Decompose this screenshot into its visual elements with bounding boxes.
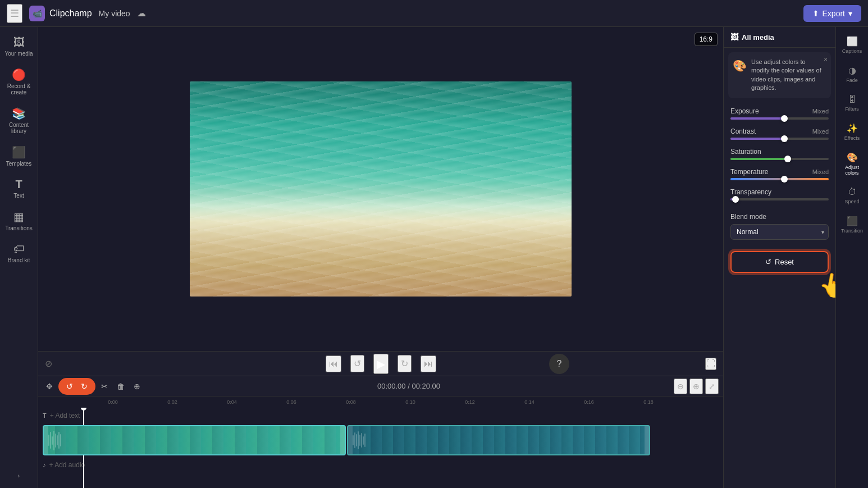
right-panel-title: All media — [742, 33, 774, 42]
export-label: Export — [823, 9, 845, 18]
timeline-toolbar: ✥ ↺ ↻ ✂ 🗑 ⊕ 00:00.00 / 00:20.00 ⊖ ⊕ ⤢ — [38, 376, 723, 396]
marker-1: 0:02 — [143, 399, 202, 405]
video-clip-1[interactable] — [43, 425, 346, 455]
center-area: 16:9 ⊘ ⏮ ↺ ▶ ↻ ⏭ ? ⛶ ✥ ↺ ↻ — [38, 27, 723, 488]
far-right-speed[interactable]: ⏱ Speed — [838, 183, 867, 209]
filters-label: Filters — [845, 106, 859, 112]
marker-7: 0:14 — [500, 399, 559, 405]
help-button[interactable]: ? — [549, 354, 569, 374]
skip-start-button[interactable]: ⏮ — [326, 355, 341, 372]
contrast-slider[interactable] — [730, 138, 829, 140]
redo-button[interactable]: ↻ — [77, 380, 91, 393]
undo-button[interactable]: ↺ — [63, 380, 76, 393]
far-right-transition[interactable]: ⬛ Transition — [838, 211, 867, 238]
rewind-button[interactable]: ↺ — [350, 355, 364, 372]
marker-9: 0:18 — [619, 399, 678, 405]
saturation-label: Saturation — [730, 148, 761, 156]
delete-button[interactable]: 🗑 — [113, 380, 128, 393]
export-button[interactable]: ⬆ Export ▾ — [803, 5, 861, 22]
aspect-ratio-button[interactable]: 16:9 — [695, 33, 718, 46]
far-right-filters[interactable]: 🎛 Filters — [838, 90, 867, 116]
audio-track[interactable]: ♪ + Add audio — [38, 457, 723, 473]
sidebar-item-label-your-media: Your media — [4, 51, 33, 57]
blend-mode-wrapper: Normal Multiply Screen Overlay Darken Li… — [730, 224, 829, 240]
tooltip-close-button[interactable]: × — [824, 56, 828, 63]
saturation-slider[interactable] — [730, 158, 829, 160]
reset-button[interactable]: ↺ Reset — [730, 251, 829, 273]
temperature-thumb[interactable] — [781, 176, 788, 183]
tooltip-emoji: 🎨 — [733, 58, 747, 74]
sidebar-expand-button[interactable]: › — [2, 468, 36, 484]
cut-button[interactable]: ✂ — [98, 380, 111, 393]
transition-label: Transition — [841, 228, 863, 234]
far-right-adjust-colors[interactable]: 🎨 Adjust colors — [838, 148, 867, 180]
cloud-sync-icon[interactable]: ☁ — [137, 8, 146, 19]
sidebar-item-record[interactable]: 🔴 Record & create — [2, 63, 36, 100]
exposure-slider[interactable] — [730, 117, 829, 120]
transparency-row: Transparency — [730, 188, 829, 200]
exposure-row: Exposure Mixed — [730, 107, 829, 120]
blend-mode-select[interactable]: Normal Multiply Screen Overlay Darken Li… — [730, 224, 829, 240]
far-right-effects[interactable]: ✨ Effects — [838, 118, 867, 145]
playback-controls: ⊘ ⏮ ↺ ▶ ↻ ⏭ ? ⛶ — [38, 351, 723, 376]
export-icon: ⬆ — [812, 9, 819, 18]
video-title[interactable]: My video — [99, 9, 130, 18]
transparency-thumb[interactable] — [732, 196, 739, 203]
tooltip-banner: 🎨 Use adjust colors to modify the color … — [728, 52, 831, 98]
sidebar-item-transitions[interactable]: ▦ Transitions — [2, 206, 36, 236]
fade-label: Fade — [846, 77, 858, 83]
zoom-fit-button[interactable]: ⤢ — [705, 378, 719, 394]
skip-end-button[interactable]: ⏭ — [421, 355, 436, 372]
cursor-hand-icon: 👆 — [816, 270, 835, 301]
app-name: Clipchamp — [49, 8, 92, 19]
beach-waves-overlay — [190, 81, 572, 297]
timeline-ruler: 0:00 0:02 0:04 0:06 0:08 0:10 0:12 0:14 … — [38, 396, 723, 408]
speed-icon: ⏱ — [848, 187, 857, 197]
marker-4: 0:08 — [321, 399, 381, 405]
contrast-label: Contrast — [730, 127, 756, 135]
hamburger-button[interactable]: ☰ — [7, 4, 22, 23]
add-text-label[interactable]: + Add text — [50, 412, 80, 419]
saturation-thumb[interactable] — [784, 156, 791, 162]
contrast-value: Mixed — [812, 128, 829, 135]
marker-3: 0:06 — [262, 399, 321, 405]
exposure-thumb[interactable] — [781, 115, 788, 122]
duplicate-button[interactable]: ⊕ — [130, 380, 144, 393]
saturation-row: Saturation — [730, 148, 829, 160]
zoom-out-button[interactable]: ⊖ — [674, 378, 687, 394]
tooltip-text: Use adjust colors to modify the color va… — [751, 58, 825, 93]
transparency-slider[interactable] — [730, 198, 829, 200]
templates-icon: ⬛ — [12, 145, 26, 159]
sidebar-item-label-templates: Templates — [6, 161, 32, 167]
text-track[interactable]: T + Add text — [38, 408, 723, 423]
fast-forward-button[interactable]: ↻ — [398, 355, 412, 372]
move-tool-button[interactable]: ✥ — [43, 380, 56, 393]
sidebar-item-templates[interactable]: ⬛ Templates — [2, 141, 36, 171]
sidebar-item-text[interactable]: T Text — [2, 174, 36, 203]
exposure-fill — [730, 117, 784, 120]
content-library-icon: 📚 — [12, 107, 26, 120]
temperature-fill — [730, 178, 829, 180]
sidebar-item-content-library[interactable]: 📚 Content library — [2, 102, 36, 139]
video-clip-2[interactable] — [347, 425, 650, 455]
temperature-slider[interactable] — [730, 178, 829, 180]
reset-button-wrapper: ↺ Reset 👆 — [724, 247, 835, 282]
video-frame — [190, 81, 572, 297]
ruler-markers: 0:00 0:02 0:04 0:06 0:08 0:10 0:12 0:14 … — [83, 399, 678, 405]
subtitle-toggle-icon[interactable]: ⊘ — [45, 358, 52, 369]
zoom-in-button[interactable]: ⊕ — [689, 378, 703, 394]
far-right-captions[interactable]: ⬜ Captions — [838, 31, 867, 58]
fade-icon: ◑ — [848, 65, 856, 76]
add-audio-label[interactable]: + Add audio — [49, 461, 85, 469]
sidebar-item-your-media[interactable]: 🖼 Your media — [2, 31, 36, 61]
temperature-row: Temperature Mixed — [730, 168, 829, 180]
far-right-fade[interactable]: ◑ Fade — [838, 61, 867, 88]
exposure-value: Mixed — [812, 108, 829, 115]
reset-label: Reset — [775, 258, 794, 266]
sidebar-item-brand-kit[interactable]: 🏷 Brand kit — [2, 238, 36, 268]
blend-mode-section: Blend mode Normal Multiply Screen Overla… — [724, 213, 835, 247]
clip1-thumbnail — [44, 426, 345, 454]
fullscreen-button[interactable]: ⛶ — [705, 358, 716, 370]
play-pause-button[interactable]: ▶ — [373, 354, 389, 374]
contrast-thumb[interactable] — [781, 135, 788, 142]
